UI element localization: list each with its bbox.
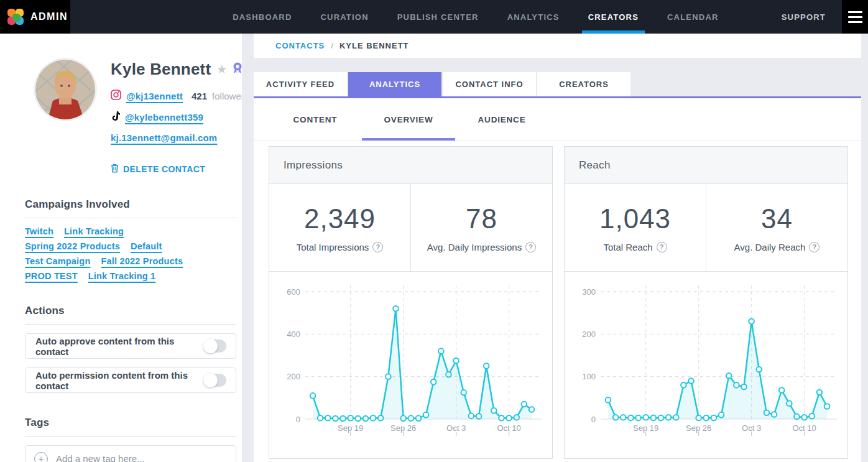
contact-tabs: ACTIVITY FEED ANALYTICS CONTACT INFO CRE…	[254, 58, 861, 96]
email-link[interactable]: kj.13ennett@gmail.com	[111, 132, 217, 143]
instagram-handle-link[interactable]: @kj13ennett	[126, 91, 183, 101]
avg-daily-impressions-value: 78	[466, 203, 497, 234]
auto-permission-row: Auto permission content from this contac…	[25, 367, 236, 393]
svg-text:Oct 10: Oct 10	[497, 423, 520, 433]
nav-right: SUPPORT	[782, 0, 868, 34]
favorite-star-icon[interactable]: ★	[216, 62, 227, 76]
contact-name: Kyle Bennett	[111, 60, 211, 79]
reach-card-title: Reach	[565, 147, 847, 184]
campaign-link-link-tracking[interactable]: Link Tracking	[64, 226, 124, 236]
tab-contact-info[interactable]: CONTACT INFO	[443, 72, 536, 96]
breadcrumb-contacts-link[interactable]: CONTACTS	[275, 41, 325, 50]
svg-text:0: 0	[591, 415, 596, 424]
total-impressions-label: Total Impressions	[297, 242, 369, 252]
campaign-link-fall-2022-products[interactable]: Fall 2022 Products	[101, 256, 183, 266]
actions-title: Actions	[25, 305, 236, 325]
svg-text:300: 300	[582, 287, 596, 297]
auto-approve-toggle[interactable]	[203, 340, 226, 353]
delete-contact-button[interactable]: DELETE CONTACT	[111, 164, 242, 175]
svg-text:Oct 3: Oct 3	[446, 423, 466, 433]
nav-menu: DASHBOARD CURATION PUBLISH CENTER ANALYT…	[170, 0, 782, 34]
auto-approve-label: Auto approve content from this contact	[35, 336, 203, 357]
add-tag-plus-icon[interactable]: +	[34, 452, 48, 462]
subtab-content[interactable]: CONTENT	[269, 98, 362, 141]
total-reach-value: 1,043	[599, 203, 671, 234]
reach-card: Reach 1,043 Total Reach ? 34	[564, 146, 848, 459]
tab-analytics[interactable]: ANALYTICS	[348, 72, 441, 96]
reach-chart: 0100200300Sep 19Sep 26Oct 3Oct 10	[565, 272, 847, 458]
help-icon[interactable]: ?	[657, 242, 667, 252]
app-logo[interactable]: ADMIN	[0, 0, 70, 34]
svg-text:Sep 19: Sep 19	[633, 423, 658, 433]
delete-contact-label: DELETE CONTACT	[123, 164, 205, 174]
tags-box: +	[25, 445, 236, 462]
nav-item-calendar[interactable]: CALENDAR	[667, 0, 719, 34]
contact-sidebar: Kyle Bennett ★	[0, 34, 242, 462]
trash-icon	[111, 164, 119, 175]
campaigns-title: Campaigns Involved	[25, 198, 236, 218]
ambassador-badge-icon[interactable]	[233, 62, 242, 76]
nav-item-publish-center[interactable]: PUBLISH CENTER	[397, 0, 479, 34]
hamburger-menu-icon[interactable]	[842, 0, 868, 34]
total-reach-label: Total Reach	[603, 242, 652, 252]
help-icon[interactable]: ?	[809, 242, 820, 252]
auto-permission-label: Auto permission content from this contac…	[35, 370, 203, 391]
app-logo-icon	[7, 9, 24, 25]
instagram-follower-count: 421	[192, 91, 207, 101]
campaign-link-spring-2022-products[interactable]: Spring 2022 Products	[25, 241, 120, 251]
svg-text:Oct 3: Oct 3	[742, 423, 761, 433]
help-icon[interactable]: ?	[372, 242, 383, 252]
toggle-knob	[203, 339, 218, 353]
tiktok-handle-link[interactable]: @kylebennett359	[125, 112, 203, 122]
svg-text:Sep 19: Sep 19	[338, 423, 363, 433]
avg-daily-reach-value: 34	[761, 203, 793, 234]
campaigns-section: Campaigns Involved Twitch Link Tracking …	[0, 198, 242, 281]
tags-title: Tags	[25, 417, 236, 437]
tab-activity-feed[interactable]: ACTIVITY FEED	[254, 72, 347, 96]
total-impressions-value: 2,349	[304, 203, 376, 234]
svg-text:Oct 10: Oct 10	[792, 423, 816, 433]
svg-text:Sep 26: Sep 26	[686, 423, 711, 433]
svg-text:600: 600	[287, 287, 300, 297]
support-link[interactable]: SUPPORT	[782, 0, 842, 34]
auto-approve-row: Auto approve content from this contact	[25, 333, 236, 359]
impressions-card-title: Impressions	[269, 147, 552, 184]
nav-item-curation[interactable]: CURATION	[320, 0, 368, 34]
svg-text:0: 0	[296, 415, 300, 424]
nav-item-analytics[interactable]: ANALYTICS	[507, 0, 560, 34]
breadcrumb-separator: /	[331, 41, 333, 50]
avg-daily-impressions-label: Avg. Daily Impressions	[427, 242, 522, 252]
svg-text:Sep 26: Sep 26	[390, 423, 416, 433]
nav-item-dashboard[interactable]: DASHBOARD	[233, 0, 292, 34]
campaign-link-default[interactable]: Default	[131, 241, 162, 251]
profile-section: Kyle Bennett ★	[0, 58, 242, 175]
add-tag-input[interactable]	[56, 453, 227, 462]
breadcrumb-current: KYLE BENNETT	[339, 41, 409, 50]
campaign-link-test-campaign[interactable]: Test Campaign	[25, 256, 90, 266]
analytics-panel: CONTENT OVERVIEW AUDIENCE Impressions 2,…	[254, 98, 861, 462]
impressions-card: Impressions 2,349 Total Impressions ? 78	[269, 146, 553, 459]
toggle-knob	[203, 373, 218, 387]
campaign-link-link-tracking-1[interactable]: Link Tracking 1	[88, 271, 156, 281]
nav-item-creators[interactable]: CREATORS	[588, 0, 639, 34]
auto-permission-toggle[interactable]	[203, 374, 226, 387]
instagram-icon	[111, 90, 121, 103]
svg-text:200: 200	[287, 372, 300, 381]
subtab-audience[interactable]: AUDIENCE	[455, 98, 548, 141]
followers-label: followers	[212, 91, 242, 101]
breadcrumb: CONTACTS / KYLE BENNETT	[254, 34, 861, 58]
impressions-chart: 0200400600Sep 19Sep 26Oct 3Oct 10	[269, 272, 552, 458]
tags-section: Tags +	[0, 417, 242, 462]
svg-text:200: 200	[582, 330, 596, 339]
actions-section: Actions Auto approve content from this c…	[0, 305, 242, 393]
avatar	[35, 60, 95, 119]
app-logo-label: ADMIN	[30, 11, 68, 22]
campaign-link-twitch[interactable]: Twitch	[25, 226, 53, 236]
tab-creators[interactable]: CREATORS	[537, 72, 630, 96]
campaign-link-prod-test[interactable]: PROD TEST	[25, 271, 78, 281]
analytics-subtabs: CONTENT OVERVIEW AUDIENCE	[254, 98, 861, 141]
svg-text:400: 400	[287, 330, 300, 339]
avg-daily-reach-label: Avg. Daily Reach	[734, 242, 806, 252]
subtab-overview[interactable]: OVERVIEW	[362, 98, 455, 141]
help-icon[interactable]: ?	[525, 242, 536, 252]
